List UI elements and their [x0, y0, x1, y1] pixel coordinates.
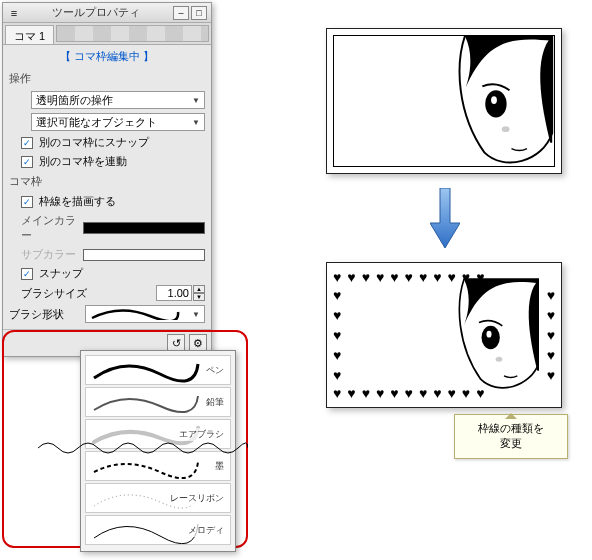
svg-point-2: [502, 126, 510, 132]
select-selectable-label: 選択可能なオブジェクト: [36, 115, 157, 130]
checkbox-snap-other-frame[interactable]: ✓: [21, 137, 33, 149]
label-snap-other-frame: 別のコマ枠にスナップ: [39, 135, 149, 150]
checkbox-link-other-frame[interactable]: ✓: [21, 156, 33, 168]
chevron-down-icon: ▼: [192, 96, 200, 105]
svg-point-4: [487, 331, 492, 338]
example-frame-after: ♥♥♥♥♥♥♥♥♥♥♥ ♥♥♥♥♥♥♥♥♥♥♥ ♥♥♥♥♥ ♥♥♥♥♥: [326, 262, 562, 408]
annotation-note: 枠線の種類を 変更: [454, 414, 568, 459]
chevron-down-icon: ▼: [192, 118, 200, 127]
panel-title: ツールプロパティ: [21, 5, 171, 20]
tab-koma-1[interactable]: コマ 1: [5, 25, 54, 44]
brush-item-melody[interactable]: メロディ: [85, 515, 231, 545]
label-link-other-frame: 別のコマ枠を連動: [39, 154, 127, 169]
minimize-button[interactable]: –: [173, 6, 189, 20]
svg-point-1: [491, 96, 497, 104]
chevron-down-icon: ▼: [192, 310, 200, 319]
select-selectable-object[interactable]: 選択可能なオブジェクト ▼: [31, 113, 205, 131]
label-brush-shape: ブラシ形状: [9, 307, 64, 322]
tab-bar: コマ 1: [3, 23, 211, 45]
checkbox-draw-border[interactable]: ✓: [21, 196, 33, 208]
tool-property-panel: ≡ ツールプロパティ – □ コマ 1 【 コマ枠編集中 】 操作 透明箇所の操…: [2, 2, 212, 357]
brush-item-pen[interactable]: ペン: [85, 355, 231, 385]
label-main-color: メインカラー: [21, 213, 83, 243]
tear-mark-icon: [38, 438, 248, 458]
svg-point-3: [482, 326, 500, 349]
svg-point-0: [485, 90, 506, 117]
brush-size-down[interactable]: ▼: [193, 293, 205, 301]
maximize-button[interactable]: □: [191, 6, 207, 20]
select-brush-shape[interactable]: ▼: [85, 305, 205, 323]
section-frame: コマ枠: [3, 171, 211, 192]
titlebar[interactable]: ≡ ツールプロパティ – □: [3, 3, 211, 23]
arrow-down-icon: [430, 188, 460, 248]
label-draw-border: 枠線を描画する: [39, 194, 116, 209]
brush-size-input[interactable]: [156, 285, 192, 301]
brush-item-pencil[interactable]: 鉛筆: [85, 387, 231, 417]
label-brush-size: ブラシサイズ: [21, 286, 87, 301]
tab-strip: [56, 25, 209, 42]
svg-point-5: [496, 357, 503, 362]
select-transparent-operation[interactable]: 透明箇所の操作 ▼: [31, 91, 205, 109]
label-sub-color: サブカラー: [21, 247, 83, 262]
status-editing: 【 コマ枠編集中 】: [3, 45, 211, 68]
manga-face-illustration: [434, 36, 554, 166]
label-snap: スナップ: [39, 266, 83, 281]
manga-face-illustration: [439, 269, 539, 401]
example-frame-before: [326, 28, 562, 174]
main-color-swatch[interactable]: [83, 222, 205, 234]
checkbox-snap[interactable]: ✓: [21, 268, 33, 280]
brush-item-lace-ribbon[interactable]: レースリボン: [85, 483, 231, 513]
brush-shape-preview: [90, 308, 180, 320]
select-transparent-label: 透明箇所の操作: [36, 93, 113, 108]
sub-color-swatch[interactable]: [83, 249, 205, 261]
section-operation: 操作: [3, 68, 211, 89]
brush-size-up[interactable]: ▲: [193, 285, 205, 293]
panel-menu-icon[interactable]: ≡: [7, 7, 21, 19]
